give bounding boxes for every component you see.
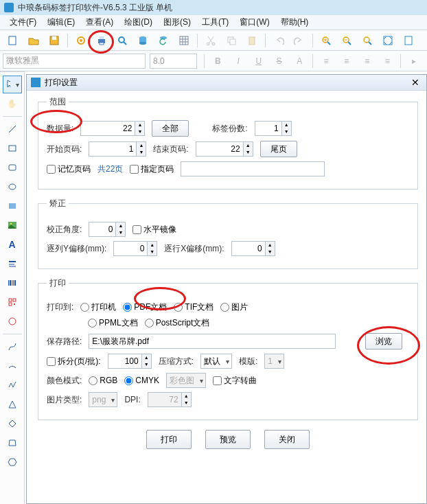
bold-icon[interactable]: B xyxy=(209,53,226,69)
tool-curve-icon[interactable] xyxy=(3,338,22,356)
align-center-icon[interactable]: ≡ xyxy=(338,53,355,69)
tool-hex-icon[interactable] xyxy=(3,453,22,471)
open-icon[interactable] xyxy=(25,32,42,49)
menu-help[interactable]: 帮助(H) xyxy=(275,16,314,28)
menu-file[interactable]: 文件(F) xyxy=(4,16,42,28)
tool-polyline-icon[interactable] xyxy=(3,376,22,394)
undo-icon[interactable] xyxy=(270,32,287,49)
tail-page-button[interactable]: 尾页 xyxy=(260,141,297,157)
tool-image-icon[interactable] xyxy=(3,216,22,234)
italic-icon[interactable]: I xyxy=(230,53,246,69)
tool-richtext-icon[interactable] xyxy=(3,255,22,273)
gear-icon[interactable] xyxy=(73,32,89,49)
tool-line-icon[interactable] xyxy=(3,120,22,138)
tool-diamond-icon[interactable] xyxy=(3,415,22,433)
angle-input[interactable]: ▲▼ xyxy=(89,222,126,237)
xoff-label: 逐行X偏移(mm): xyxy=(164,243,224,255)
fit-icon[interactable] xyxy=(380,32,396,49)
zoom100-icon[interactable] xyxy=(359,32,376,49)
all-button[interactable]: 全部 xyxy=(152,120,189,137)
menu-shape[interactable]: 图形(S) xyxy=(158,16,196,28)
save-icon[interactable] xyxy=(46,32,62,49)
tool-fillrect-icon[interactable] xyxy=(3,197,22,215)
strike-icon[interactable]: S xyxy=(271,53,288,69)
radio-ps[interactable]: PostScript文档 xyxy=(145,317,210,329)
app-title: 中琅条码标签打印软件-V6.5.3 工业版 单机 xyxy=(18,2,172,14)
total-pages-link[interactable]: 共22页 xyxy=(97,163,123,175)
radio-tif[interactable]: TIF文档 xyxy=(174,301,214,313)
tool-arc-icon[interactable] xyxy=(3,357,22,375)
menubar: 文件(F) 编辑(E) 查看(A) 绘图(D) 图形(S) 工具(T) 窗口(W… xyxy=(0,15,427,30)
svg-line-34 xyxy=(369,42,371,45)
tool-hand-icon[interactable]: ✋ xyxy=(3,95,22,113)
radio-printer[interactable]: 打印机 xyxy=(80,301,116,313)
underline-icon[interactable]: U xyxy=(251,53,267,69)
menu-tool[interactable]: 工具(T) xyxy=(196,16,234,28)
tool-qrcode-icon[interactable] xyxy=(3,293,22,311)
close-button[interactable]: 关闭 xyxy=(264,430,310,449)
remember-page-check[interactable]: 记忆页码 xyxy=(47,163,91,175)
radio-img[interactable]: 图片 xyxy=(220,301,248,313)
data-count-input[interactable]: ▲▼ xyxy=(80,121,145,136)
specify-page-input[interactable] xyxy=(181,161,325,176)
radio-rgb[interactable]: RGB xyxy=(89,376,117,385)
print-icon[interactable] xyxy=(93,32,110,49)
yoff-label: 逐列Y偏移(mm): xyxy=(47,243,106,255)
font-family-select[interactable]: 微软雅黑 xyxy=(3,54,146,69)
redo-icon[interactable] xyxy=(291,32,308,49)
menu-window[interactable]: 窗口(W) xyxy=(234,16,275,28)
yoff-input[interactable]: ▲▼ xyxy=(113,241,157,256)
svg-rect-54 xyxy=(9,303,12,306)
paste-icon[interactable] xyxy=(244,32,260,49)
db-icon[interactable] xyxy=(135,32,151,49)
tool-pointer-icon[interactable] xyxy=(3,76,22,93)
xoff-input[interactable]: ▲▼ xyxy=(231,241,275,256)
copy-icon[interactable] xyxy=(223,32,240,49)
cut-icon[interactable] xyxy=(203,32,219,49)
tool-roundrect-icon[interactable] xyxy=(3,159,22,176)
tool-quad-icon[interactable] xyxy=(3,434,22,452)
font-size-select[interactable]: 8.0 xyxy=(150,54,197,69)
fontcolor-icon[interactable]: A xyxy=(291,53,308,69)
path-input[interactable] xyxy=(89,334,336,349)
radio-cmyk[interactable]: CMYK xyxy=(124,376,159,385)
tool-circle2-icon[interactable] xyxy=(3,312,22,330)
menu-view[interactable]: 查看(A) xyxy=(80,16,119,28)
imgtype-select: png xyxy=(89,392,117,407)
start-page-input[interactable]: ▲▼ xyxy=(89,141,146,157)
radio-ppml[interactable]: PPML文档 xyxy=(88,317,138,329)
zoom-icon[interactable] xyxy=(114,32,130,49)
tool-rect-icon[interactable] xyxy=(3,139,22,157)
tool-barcode-icon[interactable] xyxy=(3,274,22,292)
split-input[interactable]: ▲▼ xyxy=(108,354,152,369)
split-check[interactable]: 拆分(页/批): xyxy=(47,356,101,367)
align-justify-icon[interactable]: ≡ xyxy=(380,53,396,69)
svg-rect-49 xyxy=(12,280,12,286)
align-right-icon[interactable]: ≡ xyxy=(359,53,376,69)
compress-select[interactable]: 默认 xyxy=(200,354,232,369)
menu-edit[interactable]: 编辑(E) xyxy=(42,16,80,28)
zoomin-icon[interactable] xyxy=(318,32,334,49)
close-icon[interactable]: ✕ xyxy=(408,77,422,88)
svg-rect-55 xyxy=(14,303,15,305)
print-button[interactable]: 打印 xyxy=(146,430,192,449)
preview-button[interactable]: 预览 xyxy=(205,430,251,449)
db-refresh-icon[interactable] xyxy=(155,32,172,49)
new-icon[interactable] xyxy=(5,32,21,49)
radio-pdf[interactable]: PDF文档 xyxy=(123,301,167,313)
mirror-check[interactable]: 水平镜像 xyxy=(132,224,176,236)
tool-text-icon[interactable]: A xyxy=(3,236,22,253)
textcurve-check[interactable]: 文字转曲 xyxy=(213,375,257,387)
tool-triangle-icon[interactable] xyxy=(3,396,22,413)
browse-button[interactable]: 浏览 xyxy=(365,333,402,350)
page-icon[interactable] xyxy=(400,32,417,49)
zoomout-icon[interactable] xyxy=(338,32,355,49)
more-icon[interactable]: ▸ xyxy=(406,53,422,69)
copies-input[interactable]: ▲▼ xyxy=(255,121,292,136)
end-page-input[interactable]: ▲▼ xyxy=(196,141,253,157)
grid-icon[interactable] xyxy=(176,32,192,49)
tool-ellipse-icon[interactable] xyxy=(3,178,22,196)
menu-draw[interactable]: 绘图(D) xyxy=(119,16,158,28)
align-left-icon[interactable]: ≡ xyxy=(318,53,334,69)
specify-page-check[interactable]: 指定页码 xyxy=(130,163,174,175)
